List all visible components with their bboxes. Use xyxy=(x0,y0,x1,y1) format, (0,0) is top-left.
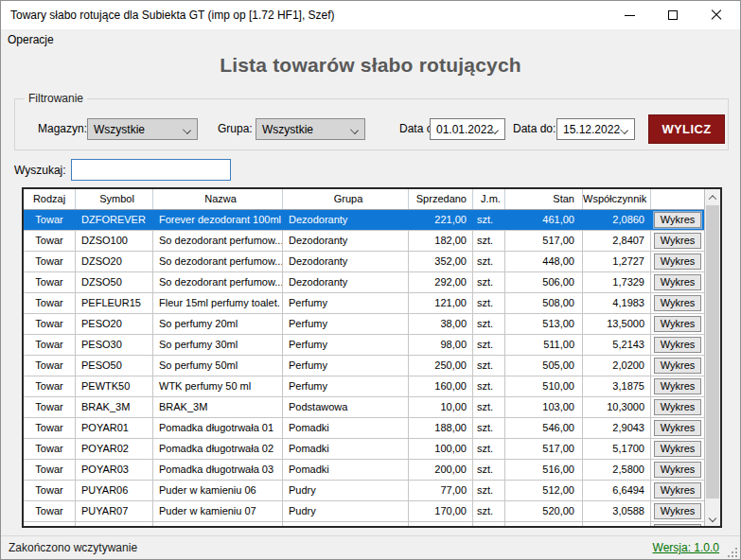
cell-wykres: Wykres xyxy=(651,501,704,521)
table-row[interactable]: Towar PESO50 So perfumy 50ml Perfumy 250… xyxy=(24,356,704,376)
wykres-button[interactable]: Wykres xyxy=(654,441,701,457)
wykres-button[interactable]: Wykres xyxy=(654,337,701,353)
vertical-scrollbar[interactable] xyxy=(704,189,720,526)
table-row[interactable]: Towar PUYAR06 Puder w kamieniu 06 Pudry … xyxy=(24,481,704,501)
cell-wspolczynnik: 2,0200 xyxy=(583,356,651,376)
table-row[interactable]: Towar POYAR02 Pomadka długotrwała 02 Pom… xyxy=(24,439,704,460)
cell-jm: szt. xyxy=(473,356,505,376)
wykres-button[interactable]: Wykres xyxy=(654,295,701,311)
table-row[interactable]: Towar DZFOREVER Forever dezodorant 100ml… xyxy=(24,210,704,231)
wykres-button[interactable]: Wykres xyxy=(654,358,701,374)
scroll-down-button[interactable] xyxy=(705,510,720,526)
cell-stan: 510,00 xyxy=(505,376,583,396)
cell-grupa: Podstawowa xyxy=(283,397,409,417)
table-row[interactable]: Towar PEFLEUR15 Fleur 15ml perfumy toale… xyxy=(24,293,704,314)
cell-nazwa: Puder w kamieniu 07 xyxy=(153,501,283,521)
page-title: Lista towarów słabo rotujących xyxy=(1,54,740,77)
wykres-button[interactable]: Wykres xyxy=(654,462,701,478)
wykres-button[interactable]: Wykres xyxy=(654,316,701,332)
data-od-picker[interactable]: 01.01.2022 xyxy=(430,118,505,140)
cell-sprzedano: 121,00 xyxy=(409,293,473,313)
cell-grupa: Perfumy xyxy=(283,356,409,376)
resize-grip-icon[interactable] xyxy=(728,548,737,557)
cell-wspolczynnik: 1,2727 xyxy=(583,252,651,271)
cell-grupa: Pomadki xyxy=(283,439,409,459)
close-button[interactable] xyxy=(695,1,738,29)
table-row[interactable]: Towar POYAR03 Pomadka długotrwała 03 Pom… xyxy=(24,460,704,481)
cell-wykres: Wykres xyxy=(651,418,704,438)
table-row[interactable]: Towar PESO30 So perfumy 30ml Perfumy 98,… xyxy=(24,335,704,356)
cell-jm: szt. xyxy=(473,481,505,500)
cell-grupa: Wody xyxy=(283,522,409,526)
table-row[interactable]: Towar PUYAR07 Puder w kamieniu 07 Pudry … xyxy=(24,501,704,522)
column-header-stan[interactable]: Stan xyxy=(505,189,583,209)
table-row[interactable]: Towar DZSO20 So dezodorant perfumow... D… xyxy=(24,252,704,272)
table-row[interactable]: Towar BRAK_3M BRAK_3M Podstawowa 10,00 s… xyxy=(24,397,704,418)
cell-nazwa: Black Time woda toaletow... xyxy=(153,522,283,526)
column-header-nazwa[interactable]: Nazwa xyxy=(153,189,283,209)
cell-grupa: Perfumy xyxy=(283,293,409,313)
table-row[interactable]: Towar DZSO100 So dezodorant perfumow... … xyxy=(24,231,704,252)
wylicz-button[interactable]: WYLICZ xyxy=(648,114,725,144)
cell-wspolczynnik: 2,5807 xyxy=(583,522,651,526)
search-input[interactable] xyxy=(71,159,231,181)
table-body-area: Rodzaj Symbol Nazwa Grupa Sprzedano J.m.… xyxy=(24,189,704,526)
column-header-rodzaj[interactable]: Rodzaj xyxy=(24,189,76,209)
cell-grupa: Perfumy xyxy=(283,376,409,396)
magazyn-dropdown[interactable]: Wszystkie xyxy=(87,118,198,140)
data-do-label: Data do: xyxy=(513,122,556,135)
scrollbar-thumb[interactable] xyxy=(706,205,719,499)
menu-item-operacje[interactable]: Operacje xyxy=(1,29,61,51)
maximize-button[interactable] xyxy=(651,1,695,29)
cell-sprzedano: 221,00 xyxy=(409,210,473,230)
cell-stan: 517,00 xyxy=(505,439,583,459)
wykres-button[interactable]: Wykres xyxy=(654,274,701,290)
cell-symbol: DZSO50 xyxy=(76,272,153,292)
column-header-wykres xyxy=(651,189,704,209)
cell-wspolczynnik: 2,8407 xyxy=(583,231,651,251)
table-row[interactable]: Towar POYAR01 Pomadka długotrwała 01 Pom… xyxy=(24,418,704,439)
table-row[interactable]: Towar PEWTK50 WTK perfumy 50 ml Perfumy … xyxy=(24,376,704,397)
cell-symbol: POYAR02 xyxy=(76,439,153,459)
table-row[interactable]: Towar DZSO50 So dezodorant perfumow... D… xyxy=(24,272,704,293)
cell-sprzedano: 98,00 xyxy=(409,335,473,355)
grupa-dropdown[interactable]: Wszystkie xyxy=(256,118,365,140)
cell-grupa: Dezodoranty xyxy=(283,252,409,271)
version-link[interactable]: Wersja: 1.0.0 xyxy=(653,541,719,554)
cell-stan: 513,00 xyxy=(505,314,583,334)
wykres-button[interactable]: Wykres xyxy=(654,482,701,499)
cell-grupa: Dezodoranty xyxy=(283,272,409,292)
wykres-button[interactable]: Wykres xyxy=(654,420,701,436)
wykres-button[interactable]: Wykres xyxy=(654,378,701,394)
minimize-button[interactable] xyxy=(608,1,651,29)
cell-wspolczynnik: 10,3000 xyxy=(583,397,651,417)
wykres-button[interactable]: Wykres xyxy=(654,233,701,249)
wykres-button[interactable]: Wykres xyxy=(654,524,701,526)
column-header-jm[interactable]: J.m. xyxy=(473,189,505,209)
wykres-button[interactable]: Wykres xyxy=(654,503,701,519)
cell-wykres: Wykres xyxy=(651,252,704,271)
wykres-button[interactable]: Wykres xyxy=(654,212,701,228)
column-header-wspolczynnik[interactable]: Współczynnik xyxy=(583,189,651,209)
table-header-row: Rodzaj Symbol Nazwa Grupa Sprzedano J.m.… xyxy=(24,189,704,210)
column-header-sprzedano[interactable]: Sprzedano xyxy=(409,189,473,209)
wykres-button[interactable]: Wykres xyxy=(654,254,701,270)
cell-nazwa: Forever dezodorant 100ml xyxy=(153,210,283,230)
cell-wspolczynnik: 3,1875 xyxy=(583,376,651,396)
cell-grupa: Pudry xyxy=(283,501,409,521)
cell-sprzedano: 182,00 xyxy=(409,231,473,251)
data-do-picker[interactable]: 15.12.2022 xyxy=(556,118,635,140)
window-title: Towary słabo rotujące dla Subiekta GT (i… xyxy=(10,1,335,29)
cell-symbol: BRAK_3M xyxy=(76,397,153,417)
table-row[interactable]: Towar PESO20 So perfumy 20ml Perfumy 38,… xyxy=(24,314,704,335)
cell-sprzedano: 352,00 xyxy=(409,252,473,271)
cell-nazwa: Fleur 15ml perfumy toalet. xyxy=(153,293,283,313)
scroll-up-button[interactable] xyxy=(705,189,720,205)
filter-group-label: Filtrowanie xyxy=(25,92,87,105)
cell-stan: 505,00 xyxy=(505,356,583,376)
table-row[interactable]: Towar WOBLACK100 Black Time woda toaleto… xyxy=(24,522,704,526)
column-header-grupa[interactable]: Grupa xyxy=(283,189,409,209)
wykres-button[interactable]: Wykres xyxy=(654,399,701,415)
cell-rodzaj: Towar xyxy=(24,501,76,521)
column-header-symbol[interactable]: Symbol xyxy=(76,189,153,209)
